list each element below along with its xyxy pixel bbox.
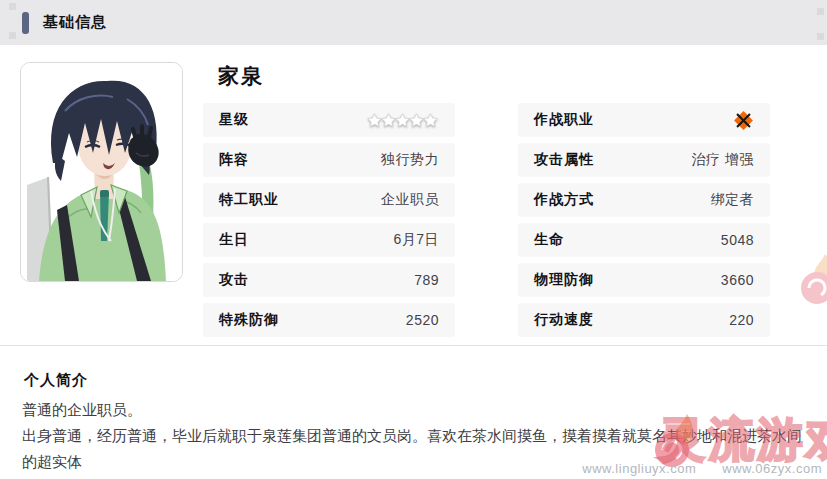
- stat-label: 物理防御: [534, 271, 594, 289]
- stat-value: 789: [414, 272, 439, 288]
- section-divider: [0, 345, 827, 346]
- stat-label: 特工职业: [219, 191, 279, 209]
- stats-column-left: 星级 阵容 独行势力 特工职业 企业职员 生日 6月7日 攻击 789 特: [203, 103, 455, 337]
- watermark-url-1: www.lingliuyx.com: [582, 461, 696, 476]
- profile-line: 普通的企业职员。: [22, 397, 814, 423]
- stat-row-birthday: 生日 6月7日: [203, 223, 455, 257]
- stat-label: 作战职业: [534, 111, 594, 129]
- stat-row-faction: 阵容 独行势力: [203, 143, 455, 177]
- section-header: 基础信息: [0, 0, 827, 45]
- artifact-dot: [9, 32, 16, 39]
- stat-row-special-defense: 特殊防御 2520: [203, 303, 455, 337]
- stat-value: 5048: [721, 232, 754, 248]
- class-orange-diamond-cross-icon: [733, 110, 754, 131]
- stats-column-right: 作战职业 攻击属性 治疗 增强 作战方式 绑定者 生命 5048 物理防御 36…: [518, 103, 770, 337]
- stat-label: 生日: [219, 231, 249, 249]
- stat-label: 阵容: [219, 151, 249, 169]
- stat-value: 独行势力: [381, 151, 439, 169]
- stat-row-star-level: 星级: [203, 103, 455, 137]
- character-name: 家泉: [218, 62, 264, 90]
- character-portrait: [20, 62, 183, 282]
- artifact-dot: [817, 33, 824, 40]
- profile-title: 个人简介: [24, 371, 88, 390]
- star-icon: [422, 112, 439, 129]
- section-accent-bar: [22, 12, 29, 34]
- star-rating: [369, 112, 439, 129]
- stat-row-agent-job: 特工职业 企业职员: [203, 183, 455, 217]
- stat-row-hp: 生命 5048: [518, 223, 770, 257]
- page: 基础信息: [0, 0, 827, 479]
- stat-row-attack-attribute: 攻击属性 治疗 增强: [518, 143, 770, 177]
- section-title: 基础信息: [43, 13, 107, 32]
- stat-value: 绑定者: [711, 191, 755, 209]
- stat-row-combat-class: 作战职业: [518, 103, 770, 137]
- combat-class-icon-wrap: [733, 110, 754, 131]
- stat-row-physical-defense: 物理防御 3660: [518, 263, 770, 297]
- stat-label: 星级: [219, 111, 249, 129]
- artifact-dot: [9, 3, 16, 10]
- stat-label: 行动速度: [534, 311, 594, 329]
- stat-row-attack: 攻击 789: [203, 263, 455, 297]
- stat-value: 3660: [721, 272, 754, 288]
- stat-value: 治疗 增强: [692, 151, 754, 169]
- stat-label: 作战方式: [534, 191, 594, 209]
- watermark-urls: www.lingliuyx.comwww.06zyx.com: [582, 461, 822, 476]
- artifact-dot: [817, 8, 824, 15]
- stat-row-combat-style: 作战方式 绑定者: [518, 183, 770, 217]
- stat-value: 2520: [406, 312, 439, 328]
- watermark-logo-clipped: [799, 252, 827, 306]
- stat-row-speed: 行动速度 220: [518, 303, 770, 337]
- stat-value: 220: [729, 312, 754, 328]
- stat-label: 攻击属性: [534, 151, 594, 169]
- stat-value: 企业职员: [381, 191, 439, 209]
- stat-value: 6月7日: [393, 231, 439, 249]
- portrait-illustration: [21, 63, 182, 281]
- stat-label: 特殊防御: [219, 311, 279, 329]
- stat-label: 生命: [534, 231, 564, 249]
- watermark-url-2: www.06zyx.com: [722, 461, 822, 476]
- stat-label: 攻击: [219, 271, 249, 289]
